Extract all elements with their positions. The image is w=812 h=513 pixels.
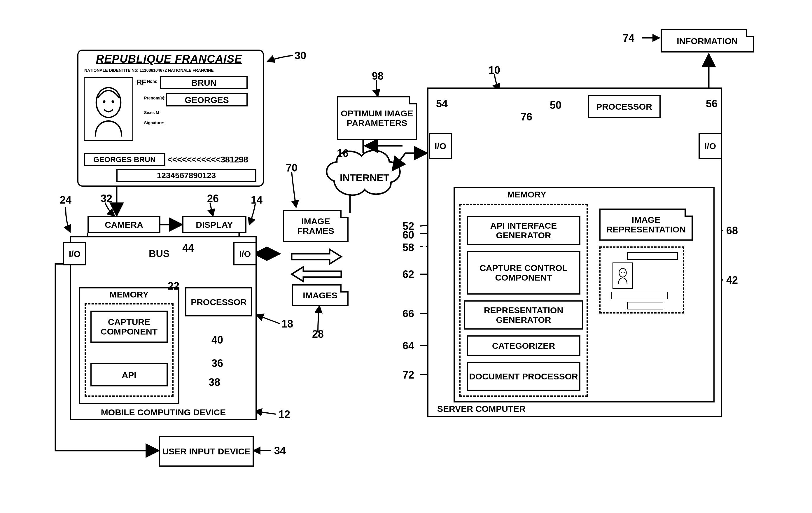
face-small-icon (615, 265, 630, 286)
information-label: INFORMATION (677, 36, 737, 46)
thumb-bar-1 (627, 252, 678, 260)
card-mrz2: 1234567890123 (157, 171, 216, 180)
api-box: API (90, 363, 168, 387)
api-label: API (122, 370, 136, 380)
id-card: REPUBLIQUE FRANCAISE NATIONALE DIDENTITE… (77, 50, 264, 187)
camera-box: CAMERA (87, 216, 161, 233)
io-right-server: I/O (699, 133, 722, 159)
optimum-params: OPTIMUM IMAGE PARAMETERS (337, 96, 417, 140)
image-frames-label: IMAGE FRAMES (284, 217, 347, 236)
io-right-mobile-label: I/O (239, 249, 251, 259)
capture-component: CAPTURE COMPONENT (90, 311, 168, 343)
ref-36: 36 (211, 357, 223, 370)
ref-22: 22 (168, 280, 179, 292)
optimum-label: OPTIMUM IMAGE PARAMETERS (338, 109, 416, 128)
capture-ctrl-label: CAPTURE CONTROL COMPONENT (468, 263, 579, 282)
card-country: REPUBLIQUE FRANCAISE (96, 53, 242, 65)
svg-point-5 (619, 268, 627, 277)
card-rf: RF (137, 79, 146, 86)
io-left-mobile-label: I/O (69, 249, 81, 259)
io-left-server-label: I/O (435, 141, 446, 151)
user-input-device: USER INPUT DEVICE (159, 436, 254, 467)
user-input-label: USER INPUT DEVICE (163, 447, 251, 456)
ref-66: 66 (403, 308, 414, 320)
image-frames: IMAGE FRAMES (283, 210, 349, 242)
card-mrz-num: 1234567890123 (116, 169, 256, 182)
svg-point-3 (103, 100, 106, 103)
ref-64: 64 (403, 340, 414, 352)
image-representation: IMAGE REPRESENTATION (599, 208, 693, 240)
ref-14: 14 (251, 194, 262, 206)
ref-38: 38 (208, 376, 220, 389)
ref-42: 42 (726, 274, 738, 286)
card-sig-label: Signature: (144, 121, 164, 125)
ref-16: 16 (337, 147, 349, 160)
images-label: IMAGES (303, 290, 337, 300)
io-right-mobile: I/O (233, 242, 257, 265)
svg-point-7 (624, 272, 625, 273)
card-prenom: GEORGES (185, 95, 229, 105)
categorizer-label: CATEGORIZER (492, 341, 555, 350)
processor-server: PROCESSOR (588, 95, 661, 118)
svg-point-6 (621, 272, 622, 273)
io-left-server: I/O (429, 133, 452, 159)
ref-12: 12 (279, 408, 290, 421)
ref-58: 58 (403, 241, 414, 254)
representation-generator: REPRESENTATION GENERATOR (464, 301, 583, 330)
diagram-canvas: RF RF RF RF RF RF RF RF RF F RF RF RF RF… (0, 0, 812, 513)
img-rep-label: IMAGE REPRESENTATION (601, 215, 692, 234)
processor-server-label: PROCESSOR (596, 102, 652, 111)
api-interface-generator: API INTERFACE GENERATOR (467, 216, 580, 245)
camera-label: CAMERA (105, 220, 143, 230)
io-right-server-label: I/O (704, 141, 716, 151)
images-box: IMAGES (292, 284, 349, 306)
ref-18: 18 (282, 318, 293, 330)
thumb-face (612, 262, 633, 289)
ref-40: 40 (211, 334, 223, 346)
mobile-title: MOBILE COMPUTING DEVICE (101, 407, 226, 417)
ref-56: 56 (706, 98, 718, 110)
memory-mobile-label: MEMORY (110, 290, 149, 299)
card-idline: NATIONALE DIDENTITE No: 111038104672 NAT… (84, 68, 257, 73)
ref-10: 10 (489, 64, 500, 77)
ref-30: 30 (295, 50, 306, 62)
card-mrz1: GEORGES BRUN (93, 155, 156, 164)
card-nom: BRUN (191, 78, 217, 87)
ref-98: 98 (372, 70, 383, 82)
ref-70: 70 (286, 162, 297, 174)
svg-point-2 (96, 88, 121, 117)
card-sexe-label: Sexe: (144, 111, 155, 115)
card-prenom-label: Prenom(s): (144, 96, 166, 100)
capture-control-component: CAPTURE CONTROL COMPONENT (467, 251, 580, 294)
ref-74: 74 (623, 32, 634, 44)
face-icon (87, 80, 130, 138)
memory-server-label: MEMORY (507, 190, 546, 199)
card-mrz-name: GEORGES BRUN (84, 153, 165, 166)
card-photo (84, 77, 133, 141)
ref-60: 60 (403, 229, 414, 241)
display-label: DISPLAY (196, 220, 233, 230)
bus-label: BUS (149, 248, 170, 259)
ref-54: 54 (436, 98, 448, 110)
svg-point-4 (112, 100, 114, 103)
ref-44: 44 (182, 242, 194, 254)
information-box: INFORMATION (661, 29, 754, 53)
ref-68: 68 (726, 225, 738, 237)
ref-72: 72 (403, 369, 414, 381)
card-nom-label: Nom: (147, 79, 157, 84)
thumb-bar-2 (611, 292, 668, 299)
io-left-mobile: I/O (63, 242, 86, 265)
ref-32: 32 (100, 193, 112, 205)
ref-34: 34 (274, 445, 286, 457)
categorizer: CATEGORIZER (467, 335, 580, 356)
document-processor: DOCUMENT PROCESSOR (467, 362, 580, 391)
card-prenom-field: GEORGES (166, 93, 248, 107)
ref-28: 28 (312, 328, 324, 340)
display-box: DISPLAY (182, 216, 246, 233)
capture-component-label: CAPTURE COMPONENT (92, 317, 167, 336)
processor-mobile: PROCESSOR (185, 287, 252, 316)
card-mrz1b: <<<<<<<<<<<381298 (167, 154, 248, 164)
ref-76: 76 (521, 111, 532, 123)
server-title: SERVER COMPUTER (437, 404, 526, 414)
internet-label: INTERNET (340, 172, 389, 183)
